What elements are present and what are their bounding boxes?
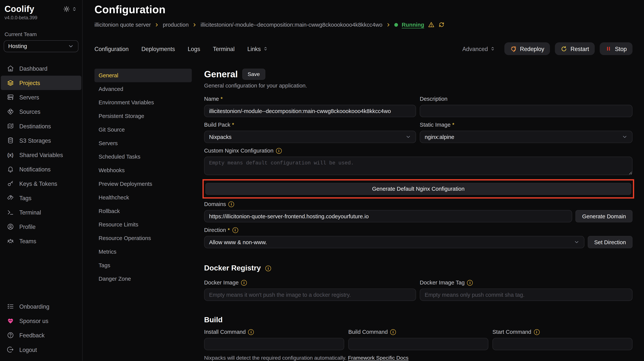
save-button[interactable]: Save [242, 69, 265, 80]
sidebar-item-feedback[interactable]: Feedback [1, 328, 81, 342]
nixpacks-note: Nixpacks will detect the required config… [204, 355, 632, 361]
highlight-annotation: Generate Default Nginx Configuration [202, 179, 634, 198]
database-icon [6, 137, 14, 144]
restart-button[interactable]: Restart [555, 42, 595, 55]
generate-nginx-config-button[interactable]: Generate Default Nginx Configuration [205, 183, 631, 195]
tab-configuration[interactable]: Configuration [94, 45, 128, 52]
subnav-item-healthcheck[interactable]: Healthcheck [94, 191, 192, 204]
subnav-item-scheduled-tasks[interactable]: Scheduled Tasks [94, 150, 192, 164]
sidebar-item-label: Sponsor us [19, 317, 48, 324]
subnav-item-servers[interactable]: Servers [94, 136, 192, 150]
theme-select-chevrons[interactable] [72, 6, 77, 12]
docker-image-input[interactable] [204, 289, 416, 301]
sidebar-item-onboarding[interactable]: Onboarding [1, 299, 81, 313]
tab-deployments[interactable]: Deployments [142, 45, 175, 52]
team-select[interactable]: Hosting [4, 40, 78, 52]
info-icon[interactable]: i [265, 265, 271, 271]
info-icon[interactable]: i [228, 201, 234, 207]
tab-logs[interactable]: Logs [188, 45, 200, 52]
info-icon[interactable]: i [534, 329, 539, 335]
sidebar-item-profile[interactable]: Profile [1, 219, 81, 234]
sidebar-item-sources[interactable]: Sources [1, 104, 81, 119]
subnav-item-general[interactable]: General [94, 69, 192, 82]
direction-value: Allow www & non-www. [209, 239, 267, 245]
help-circle-icon [6, 332, 14, 339]
sidebar-item-sponsor-us[interactable]: Sponsor us [1, 313, 81, 328]
subnav-item-danger-zone[interactable]: Danger Zone [94, 272, 192, 286]
page-title: Configuration [94, 3, 632, 16]
sidebar-item-terminal[interactable]: Terminal [1, 205, 81, 219]
sidebar-item-label: Onboarding [19, 303, 49, 310]
direction-select[interactable]: Allow www & non-www. [204, 236, 584, 248]
theme-toggle[interactable] [63, 6, 70, 12]
sidebar-item-projects[interactable]: Projects [1, 76, 81, 90]
static-image-select[interactable]: nginx:alpine [420, 131, 633, 143]
docker-image-tag-input[interactable] [420, 289, 633, 301]
start-command-input[interactable] [492, 338, 633, 350]
server-icon [6, 94, 14, 101]
sidebar-item-notifications[interactable]: Notifications [1, 162, 81, 176]
redeploy-button[interactable]: Redeploy [504, 42, 550, 55]
subnav-item-rollback[interactable]: Rollback [94, 204, 192, 218]
description-input[interactable] [420, 105, 633, 117]
sidebar-item-dashboard[interactable]: Dashboard [1, 61, 81, 76]
subnav-item-git-source[interactable]: Git Source [94, 123, 192, 136]
sidebar-item-label: Notifications [19, 166, 50, 173]
subnav-item-tags[interactable]: Tags [94, 259, 192, 272]
install-command-input[interactable] [204, 338, 344, 350]
tags-icon [6, 194, 14, 201]
sidebar-item-label: Shared Variables [19, 151, 63, 158]
sidebar-item-label: Keys & Tokens [19, 180, 57, 187]
subnav-item-resource-limits[interactable]: Resource Limits [94, 218, 192, 231]
generate-domain-button[interactable]: Generate Domain [576, 210, 632, 222]
subnav-item-preview-deployments[interactable]: Preview Deployments [94, 177, 192, 191]
sidebar-item-logout[interactable]: Logout [1, 342, 81, 357]
section-subtitle: General configuration for your applicati… [204, 83, 632, 89]
info-icon[interactable]: i [276, 148, 282, 153]
subnav-item-resource-operations[interactable]: Resource Operations [94, 231, 192, 245]
subnav-item-webhooks[interactable]: Webhooks [94, 164, 192, 177]
subnav-item-metrics[interactable]: Metrics [94, 245, 192, 259]
info-icon[interactable]: i [241, 280, 247, 285]
sidebar-item-tags[interactable]: Tags [1, 191, 81, 205]
chevron-down-icon [622, 134, 628, 140]
subnav-item-persistent-storage[interactable]: Persistent Storage [94, 109, 192, 123]
sidebar-item-servers[interactable]: Servers [1, 90, 81, 104]
info-icon[interactable]: i [232, 227, 238, 233]
sidebar-item-teams[interactable]: Teams [1, 234, 81, 248]
domains-label: Domains [204, 201, 226, 207]
set-direction-button[interactable]: Set Direction [588, 236, 632, 248]
sidebar-item-destinations[interactable]: Destinations [1, 119, 81, 133]
build-pack-select[interactable]: Nixpacks [204, 131, 416, 143]
stop-button[interactable]: Stop [600, 42, 633, 55]
redeploy-icon [510, 45, 517, 52]
breadcrumb-project[interactable]: illicitonion quote server [94, 22, 151, 28]
breadcrumb-resource[interactable]: illicitestonion/-module--decomposition:m… [200, 22, 382, 28]
sidebar-item-keys-tokens[interactable]: Keys & Tokens [1, 176, 81, 191]
info-icon[interactable]: i [390, 329, 396, 335]
terminal-icon [6, 209, 14, 216]
sidebar-item-s3-storages[interactable]: S3 Storages [1, 133, 81, 148]
status-badge[interactable]: Running [402, 22, 424, 28]
subnav-item-advanced[interactable]: Advanced [94, 82, 192, 96]
chevron-updown-icon [490, 46, 495, 51]
breadcrumb-environment[interactable]: production [163, 22, 189, 28]
app-version: v4.0.0-beta.399 [4, 15, 38, 20]
info-icon[interactable]: i [467, 280, 473, 285]
domains-input[interactable] [204, 210, 572, 222]
framework-docs-link[interactable]: Framework Specific Docs [348, 355, 409, 361]
sidebar-item-shared-variables[interactable]: (x) Shared Variables [1, 148, 81, 162]
name-input[interactable] [204, 105, 416, 117]
restart-icon [561, 45, 567, 52]
tab-terminal[interactable]: Terminal [213, 45, 234, 52]
build-command-input[interactable] [348, 338, 488, 350]
tab-links[interactable]: Links [248, 45, 268, 52]
warning-icon[interactable] [428, 21, 434, 28]
nginx-config-textarea[interactable] [204, 157, 632, 175]
advanced-dropdown[interactable]: Advanced [462, 45, 495, 52]
info-icon[interactable]: i [248, 329, 254, 335]
refresh-icon[interactable] [438, 21, 445, 28]
sidebar-bottom-nav: Onboarding Sponsor us Feedback Logout [0, 299, 82, 357]
required-asterisk: * [232, 122, 234, 128]
subnav-item-environment-variables[interactable]: Environment Variables [94, 96, 192, 109]
